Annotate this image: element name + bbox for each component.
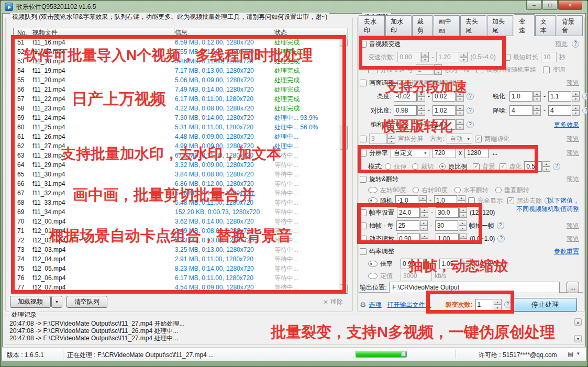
bitrate-ratio-radio[interactable] bbox=[368, 261, 378, 267]
maximize-button[interactable]: ▢ bbox=[542, 1, 558, 10]
options-link[interactable]: 选项 bbox=[369, 301, 382, 309]
stop-processing-button[interactable]: 停止处理 bbox=[513, 298, 577, 312]
clear-queue-button[interactable]: 清空队列 bbox=[66, 296, 107, 308]
table-row[interactable]: 63f11_28.mp46.05 MB, 0:11.00, 1280x720等待… bbox=[14, 151, 348, 160]
sharpen-help-icon[interactable]: ? bbox=[582, 93, 588, 100]
dynzoom-help-icon[interactable]: ? bbox=[497, 235, 505, 242]
table-row[interactable]: 54f11_19.mp47.17 MB, 0:13.00, 1280x720处理… bbox=[14, 66, 348, 75]
brightness-max-spinner[interactable]: 0.02▲▼ bbox=[432, 91, 464, 102]
table-row[interactable]: 70f12_00.mp43.62 MB, 0:14.00, 1280x720等待… bbox=[14, 217, 348, 226]
resolution-height-input[interactable]: 1280 bbox=[464, 148, 489, 158]
browse-button[interactable]: ... bbox=[567, 282, 579, 293]
resolution-checkbox[interactable] bbox=[360, 150, 367, 157]
rotate-max-spinner[interactable]: 1.0▲▼ bbox=[434, 195, 465, 206]
fission-help-icon[interactable]: ? bbox=[504, 301, 512, 308]
dynzoom-checkbox[interactable] bbox=[360, 236, 367, 242]
reorder-checkbox[interactable] bbox=[476, 66, 483, 73]
tab-背景音[interactable]: 背景音 bbox=[557, 15, 583, 36]
table-row[interactable]: 72f12_02.mp42.93 MB, 0:13.00, 1280x720等待… bbox=[14, 236, 348, 245]
rotate-right-radio[interactable] bbox=[413, 187, 419, 193]
bitrate-fixed-radio[interactable] bbox=[368, 273, 378, 279]
tab-画中画[interactable]: 画中画 bbox=[434, 15, 460, 36]
speed-help-icon[interactable]: ? bbox=[572, 40, 579, 48]
table-row[interactable]: 65f11_30.mp43.84 MB, 0:08.00, 1280x720等待… bbox=[14, 170, 348, 179]
extract-checkbox[interactable] bbox=[360, 223, 367, 229]
tab-去水印[interactable]: 去水印 bbox=[359, 15, 385, 36]
extract-help-icon[interactable]: ? bbox=[497, 222, 504, 229]
table-row[interactable]: 76f12_06.mp46.17 MB, 0:11.00, 1280x720等待… bbox=[14, 273, 348, 283]
pitch-checkbox[interactable] bbox=[543, 66, 550, 73]
sharpen-min-spinner[interactable]: 1.0▲▼ bbox=[509, 91, 541, 102]
table-row[interactable]: 77f12_07.mp44.54 MB, 0:09.00, 1280x720等待… bbox=[14, 283, 348, 292]
remove-button[interactable]: ✕ 移除 bbox=[323, 297, 343, 306]
blur-spinner[interactable]: 0.5▲▼ bbox=[524, 161, 550, 172]
rotate-min-spinner[interactable]: -1.0▲▼ bbox=[395, 195, 427, 206]
framerate-max-spinner[interactable]: 30.0▲▼ bbox=[436, 207, 467, 218]
tab-加头尾[interactable]: 加头尾 bbox=[487, 15, 513, 36]
rotate-left-radio[interactable] bbox=[368, 187, 378, 193]
bg-checkbox[interactable] bbox=[473, 163, 480, 170]
contrast-max-spinner[interactable]: 1.02▲▼ bbox=[432, 105, 464, 116]
sharpen-max-spinner[interactable]: 1.1▲▼ bbox=[548, 91, 580, 102]
dynzoom-preview-link[interactable]: 预览 bbox=[567, 235, 579, 243]
scroll-up-icon[interactable]: ▲ bbox=[340, 38, 348, 47]
rotate-preview-link[interactable]: 预览 bbox=[567, 175, 579, 184]
segment-checkbox[interactable] bbox=[368, 66, 378, 73]
speed-min-spinner[interactable]: 0.80▲▼ bbox=[397, 52, 429, 62]
table-row[interactable]: 58f11_23.mp44.22 MB, 0:08.00, 1280x720处理… bbox=[14, 104, 348, 113]
crop-radio[interactable] bbox=[412, 163, 418, 170]
segment-spinner[interactable]: 2▲▼ bbox=[416, 64, 442, 75]
reset-params-link[interactable]: 参数重置 bbox=[554, 247, 579, 256]
scroll-down-icon[interactable]: ▼ bbox=[340, 284, 348, 293]
table-row[interactable]: 66f11_31.mp46.86 MB, 0:12.00, 1280x720等待… bbox=[14, 179, 348, 188]
gear-icon[interactable]: ⚙ bbox=[360, 301, 367, 309]
saturation-min-spinner[interactable]: 0.93▲▼ bbox=[394, 119, 425, 130]
table-row[interactable]: 55f11_20.mp45.06 MB, 0:09.00, 1280x720处理… bbox=[14, 75, 348, 85]
table-row[interactable]: 61f11_26.mp44.48 MB, 0:09.00, 1280x720处理… bbox=[14, 132, 348, 141]
table-row[interactable]: 56f11_21.mp47.49 MB, 0:14.00, 1280x720处理… bbox=[14, 85, 348, 94]
extract-preview-link[interactable]: 预览 bbox=[567, 221, 579, 230]
table-row[interactable]: 59f11_24.mp47.30 MB, 0:14.00, 1280x720处理… bbox=[14, 113, 348, 123]
tab-变速[interactable]: 变速 bbox=[514, 14, 535, 36]
log-scroll-down-icon[interactable]: ▼ bbox=[574, 335, 582, 342]
bitrate-checkbox[interactable] bbox=[360, 248, 367, 255]
speed-max-spinner[interactable]: 1.20▲▼ bbox=[436, 52, 468, 62]
table-row[interactable]: 57f11_22.mp46.17 MB, 0:11.00, 1280x720处理… bbox=[14, 94, 348, 104]
table-row[interactable]: 67f11_32.mp45.76 MB, 0:11.00, 1280x720等待… bbox=[14, 188, 348, 198]
bitrate-fixed-input[interactable]: 3000 bbox=[401, 271, 432, 281]
table-row[interactable]: 52f11_17.mp45.55 MB, 0:12.00, 1280x720处理… bbox=[14, 47, 348, 57]
minlen-checkbox[interactable] bbox=[504, 54, 511, 61]
brightness-help-icon[interactable]: ? bbox=[467, 93, 474, 100]
table-row[interactable]: 68f11_33.mp45.48 MB, 0:11.00, 1280x720等待… bbox=[14, 198, 348, 207]
tab-加水印[interactable]: 加水印 bbox=[385, 15, 412, 36]
menu-icon[interactable]: ▤ bbox=[568, 350, 573, 358]
col-info[interactable]: 信息 bbox=[175, 28, 274, 37]
resolution-mode-dropdown[interactable]: 自定义▼ bbox=[391, 148, 429, 158]
contrast-help-icon[interactable]: ? bbox=[467, 107, 474, 114]
table-row[interactable]: 75f12_05.mp48.23 MB, 0:14.00, 1280x720等待… bbox=[14, 264, 348, 273]
open-output-folder-link[interactable]: 打开输出文件夹 bbox=[387, 301, 431, 309]
rotate-random-radio[interactable] bbox=[368, 197, 378, 204]
contrast-min-spinner[interactable]: 0.98▲▼ bbox=[394, 105, 425, 116]
full-display-checkbox[interactable] bbox=[468, 197, 475, 204]
log-scroll-up-icon[interactable]: ▲ bbox=[574, 318, 582, 326]
ratio-radio[interactable] bbox=[439, 163, 446, 170]
table-row[interactable]: 73f12_03.mp43.25 MB, 0:13.00, 1280x720等待… bbox=[14, 245, 348, 254]
table-row[interactable]: 64f11_29.mp43.32 MB, 0:09.00, 1280x720等待… bbox=[14, 160, 348, 170]
fission-spinner[interactable]: 1▲▼ bbox=[475, 299, 502, 310]
log-lines[interactable]: 20:47:08 -> F:\CRVideoMate Output\sc\f11… bbox=[9, 320, 570, 343]
table-row[interactable]: 69f11_34.mp4152.20 KB, 0:00.73, 1280x720… bbox=[14, 207, 348, 217]
table-row[interactable]: 71f12_01.mp42.49 MB, 0:08.00, 1280x720等待… bbox=[14, 226, 348, 236]
vflip-radio[interactable] bbox=[495, 187, 502, 193]
bitrate-min-spinner[interactable]: 0.95▲▼ bbox=[401, 259, 432, 269]
scroll-thumb[interactable] bbox=[340, 126, 348, 150]
col-no[interactable]: No. bbox=[14, 28, 31, 37]
blur-checkbox[interactable] bbox=[500, 163, 506, 170]
col-file[interactable]: 视频文件 bbox=[31, 28, 175, 37]
bitrate-max-spinner[interactable]: 1.05▲▼ bbox=[439, 259, 471, 269]
table-row[interactable]: 62f11_27.mp44.99 MB, 0:09.00, 1280x720处理… bbox=[14, 141, 348, 151]
resolution-preview-link[interactable]: 预览 bbox=[567, 149, 579, 158]
list-scrollbar[interactable]: ▲ ▼ bbox=[339, 38, 348, 293]
picture-enable-checkbox[interactable] bbox=[360, 80, 367, 86]
stretch-radio[interactable] bbox=[385, 163, 391, 170]
